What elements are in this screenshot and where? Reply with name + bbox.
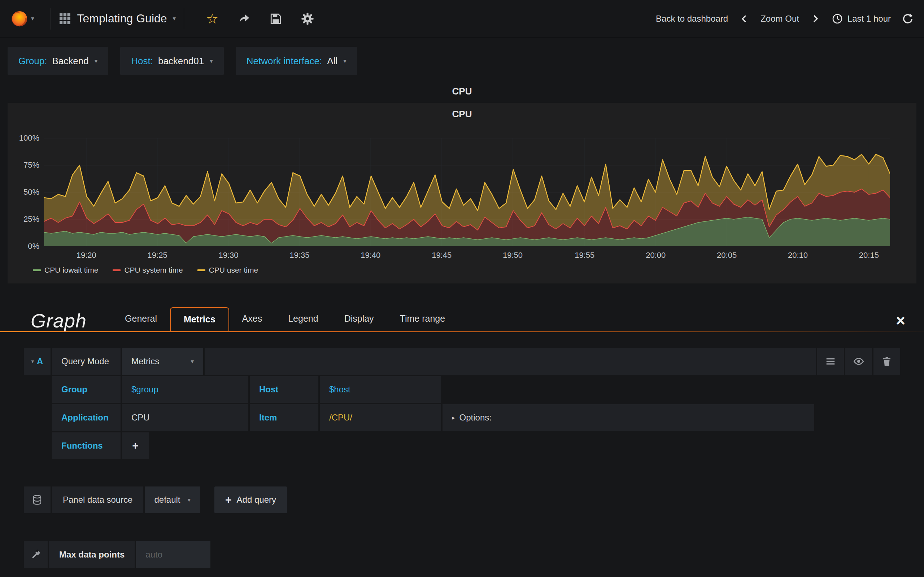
divider [50,8,50,29]
application-input[interactable]: CPU [122,404,248,431]
refresh-button[interactable] [901,13,914,25]
variable-value: Backend [52,56,89,67]
eye-icon [853,356,864,367]
legend-series-name: CPU user time [209,266,258,274]
share-icon [237,12,250,25]
time-shift-back-button[interactable] [739,13,750,24]
gear-icon [300,12,314,26]
time-shift-forward-button[interactable] [810,13,821,24]
add-query-button[interactable]: + Add query [215,487,287,513]
legend-color-dash [197,269,205,271]
variable-label: Group: [18,56,47,67]
back-to-dashboard-button[interactable]: Back to dashboard [656,14,728,24]
item-input[interactable]: /CPU/ [320,404,441,431]
query-mode-value: Metrics [131,356,159,366]
legend-item[interactable]: CPU iowait time [33,266,98,274]
wrench-icon [30,549,41,560]
variable-label: Network interface: [247,56,322,67]
chevron-down-icon: ▾ [191,358,194,364]
query-ref-letter: A [37,356,43,366]
share-button[interactable] [236,11,252,27]
panel-options-icon-cell [24,541,48,568]
add-function-button[interactable]: + [122,432,149,459]
grafana-logo-menu[interactable]: ▾ [10,10,42,28]
datasource-value: default [154,495,180,505]
clock-icon [832,13,843,24]
close-editor-button[interactable]: × [896,310,909,331]
variable-group-dropdown[interactable]: Group: Backend ▾ [8,47,108,75]
dashboard-title: Templating Guide [77,12,167,25]
panel-header-title[interactable]: CPU [0,86,924,97]
time-picker-button[interactable]: Last 1 hour [832,13,891,24]
navbar: ▾ Templating Guide ▾ ☆ [0,0,924,37]
chevron-left-icon [739,13,750,24]
dashboard-grid-icon [58,12,71,25]
cpu-graph-panel: CPU 0%25%50%75%100% 19:2019:2519:3019:35… [8,103,916,284]
x-axis-tick-label: 19:30 [210,251,247,260]
query-collapse-toggle[interactable]: ▾ A [24,348,50,375]
chevron-down-icon: ▾ [31,16,34,22]
save-button[interactable] [268,11,284,27]
query-row-application-item: Application CPU Item /CPU/ ▸ Options: [24,404,900,431]
menu-icon [825,356,836,367]
tab-metrics[interactable]: Metrics [170,307,229,331]
y-axis-tick-label: 75% [8,161,39,170]
variable-host-dropdown[interactable]: Host: backend01 ▾ [120,47,223,75]
datasource-dropdown[interactable]: default ▾ [145,487,200,513]
x-axis-tick-label: 19:55 [567,251,603,260]
star-button[interactable]: ☆ [204,11,220,27]
trash-icon [881,356,892,367]
functions-label: Functions [52,432,121,459]
x-axis-tick-label: 19:20 [68,251,104,260]
chevron-down-icon: ▾ [210,58,213,64]
legend-item[interactable]: CPU user time [197,266,258,274]
group-input[interactable]: $group [122,376,248,403]
y-axis-tick-label: 50% [8,187,39,197]
query-row-filler [205,348,816,375]
tab-general[interactable]: General [112,307,170,331]
legend-item[interactable]: CPU system time [113,266,183,274]
add-query-label: Add query [237,495,276,505]
query-menu-button[interactable] [817,348,844,375]
tab-axes[interactable]: Axes [229,307,275,331]
y-axis-tick-label: 100% [8,134,39,143]
query-row-group-host: Group $group Host $host [24,376,900,403]
tab-display[interactable]: Display [331,307,387,331]
graph-title: CPU [8,103,916,120]
tab-legend[interactable]: Legend [275,307,331,331]
max-data-points-field[interactable] [136,541,210,568]
cpu-chart-svg [44,138,890,246]
x-axis-tick-label: 20:00 [638,251,674,260]
options-toggle[interactable]: ▸ Options: [443,404,814,431]
x-axis-tick-label: 20:10 [780,251,816,260]
query-row-functions: Functions + [24,432,900,459]
datasource-label: Panel data source [52,487,143,513]
x-axis-tick-label: 19:35 [281,251,318,260]
editor-accent-rule [0,331,924,332]
chevron-down-icon: ▾ [173,16,176,22]
x-axis-tick-label: 19:50 [495,251,531,260]
zoom-out-button[interactable]: Zoom Out [761,14,799,24]
settings-button[interactable] [300,11,315,27]
host-input[interactable]: $host [320,376,441,403]
options-label: Options: [459,413,492,423]
chevron-down-icon: ▾ [188,497,191,503]
legend-color-dash [33,269,41,271]
max-data-points-input[interactable] [145,550,200,560]
chart-legend: CPU iowait timeCPU system timeCPU user t… [33,266,258,274]
panel-editor-title: Graph [31,311,87,331]
plus-icon: + [225,494,232,506]
variable-label: Host: [131,56,153,67]
variable-value: All [327,56,338,67]
query-toggle-visibility-button[interactable] [845,348,872,375]
chevron-down-icon: ▾ [95,58,98,64]
panel-editor-header: Graph General Metrics Axes Legend Displa… [0,307,924,331]
tab-time-range[interactable]: Time range [387,307,459,331]
variable-value: backend01 [158,56,204,67]
query-delete-button[interactable] [874,348,900,375]
dashboard-title-menu[interactable]: Templating Guide ▾ [58,12,176,25]
variable-netif-dropdown[interactable]: Network interface: All ▾ [236,47,357,75]
x-axis-tick-label: 20:15 [851,251,887,260]
query-mode-dropdown[interactable]: Metrics ▾ [122,348,203,375]
cpu-chart-plot-area[interactable] [44,138,890,246]
